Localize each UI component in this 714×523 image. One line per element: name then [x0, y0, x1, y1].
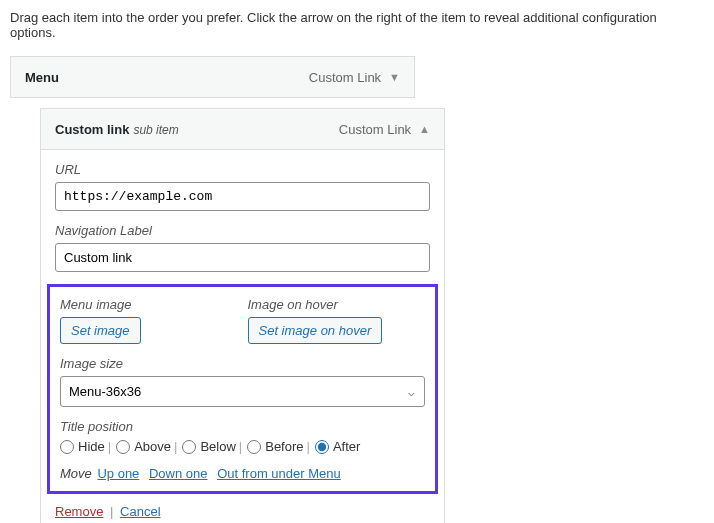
- chevron-up-icon[interactable]: ▲: [419, 123, 430, 135]
- image-hover-label: Image on hover: [248, 297, 426, 312]
- menu-item-title: Custom linksub item: [55, 122, 179, 137]
- nav-label-input[interactable]: [55, 243, 430, 272]
- radio-below[interactable]: Below: [182, 439, 235, 454]
- url-label: URL: [55, 162, 430, 177]
- intro-text: Drag each item into the order you prefer…: [10, 10, 704, 40]
- menu-item-type: Custom Link: [339, 122, 411, 137]
- set-image-button[interactable]: Set image: [60, 317, 141, 344]
- chevron-down-icon[interactable]: ▼: [389, 71, 400, 83]
- image-settings-highlight: Menu image Set image Image on hover Set …: [47, 284, 438, 494]
- move-down-link[interactable]: Down one: [149, 466, 208, 481]
- menu-item-settings: URL Navigation Label Menu image Set imag…: [40, 150, 445, 523]
- move-row: Move Up one Down one Out from under Menu: [60, 466, 425, 481]
- sub-item-label: sub item: [133, 123, 178, 137]
- cancel-link[interactable]: Cancel: [120, 504, 160, 519]
- menu-item-child[interactable]: Custom linksub item Custom Link ▲: [40, 108, 445, 150]
- menu-image-label: Menu image: [60, 297, 238, 312]
- menu-item-title: Menu: [25, 70, 59, 85]
- radio-before[interactable]: Before: [247, 439, 303, 454]
- separator: |: [110, 504, 113, 519]
- menu-item-type: Custom Link: [309, 70, 381, 85]
- radio-above[interactable]: Above: [116, 439, 171, 454]
- title-position-radios: Hide| Above| Below| Before| After: [60, 439, 425, 454]
- remove-link[interactable]: Remove: [55, 504, 103, 519]
- image-size-select[interactable]: Menu-36x36: [60, 376, 425, 407]
- move-out-link[interactable]: Out from under Menu: [217, 466, 341, 481]
- title-position-label: Title position: [60, 419, 425, 434]
- radio-after[interactable]: After: [315, 439, 360, 454]
- set-image-hover-button[interactable]: Set image on hover: [248, 317, 383, 344]
- nav-label-label: Navigation Label: [55, 223, 430, 238]
- menu-item-parent[interactable]: Menu Custom Link ▼: [10, 56, 415, 98]
- image-size-label: Image size: [60, 356, 425, 371]
- url-input[interactable]: [55, 182, 430, 211]
- radio-hide[interactable]: Hide: [60, 439, 105, 454]
- move-up-link[interactable]: Up one: [97, 466, 139, 481]
- footer-links: Remove | Cancel: [55, 504, 430, 519]
